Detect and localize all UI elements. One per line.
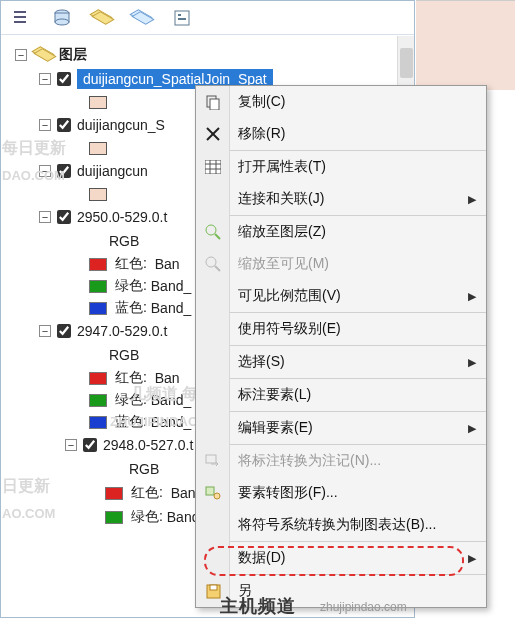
rgb-label: RGB	[129, 461, 159, 477]
list-by-draworder-icon[interactable]	[11, 7, 33, 29]
band-color-label: 绿色:	[115, 391, 147, 409]
band-color-label: 红色:	[115, 369, 147, 387]
svg-line-21	[215, 266, 220, 271]
layer-visibility-checkbox[interactable]	[57, 210, 71, 224]
dataframe-label: 图层	[59, 46, 87, 64]
collapse-icon[interactable]: −	[39, 211, 51, 223]
raster-label: 2948.0-527.0.t	[103, 437, 193, 453]
layer-visibility-checkbox[interactable]	[57, 72, 71, 86]
svg-rect-22	[206, 455, 216, 463]
features-icon	[196, 486, 230, 500]
list-by-source-icon[interactable]	[51, 7, 73, 29]
collapse-icon[interactable]: −	[39, 165, 51, 177]
menu-label: 标注要素(L)	[230, 386, 468, 404]
svg-rect-0	[14, 11, 26, 13]
menu-item-data[interactable]: 数据(D)▶	[196, 542, 486, 574]
submenu-arrow-icon: ▶	[468, 552, 486, 565]
copy-icon	[196, 94, 230, 110]
band-color-label: 绿色:	[115, 277, 147, 295]
menu-item-zoom-visible: 缩放至可见(M)	[196, 248, 486, 280]
menu-label: 要素转图形(F)...	[230, 484, 468, 502]
menu-label: 数据(D)	[230, 549, 468, 567]
collapse-icon[interactable]: −	[39, 119, 51, 131]
layer-visibility-checkbox[interactable]	[57, 118, 71, 132]
remove-icon	[196, 127, 230, 141]
band-color-label: 绿色:	[131, 508, 163, 526]
svg-rect-8	[178, 18, 186, 20]
svg-line-19	[215, 234, 220, 239]
band-color-label: 蓝色:	[115, 413, 147, 431]
rgb-label: RGB	[109, 233, 139, 249]
menu-label: 缩放至图层(Z)	[230, 223, 468, 241]
rgb-label: RGB	[109, 347, 139, 363]
collapse-icon[interactable]: −	[39, 73, 51, 85]
band-value: Band_	[151, 414, 191, 430]
tree-root[interactable]: − 图层	[1, 43, 414, 67]
raster-label: 2950.0-529.0.t	[77, 209, 167, 225]
menu-label: 将标注转换为注记(N)...	[230, 452, 468, 470]
list-by-visibility-icon[interactable]	[91, 7, 113, 29]
menu-label: 编辑要素(E)	[230, 419, 468, 437]
band-value: Ban	[171, 485, 196, 501]
collapse-icon[interactable]: −	[39, 325, 51, 337]
options-icon[interactable]	[171, 7, 193, 29]
collapse-icon[interactable]: −	[65, 439, 77, 451]
menu-label: 移除(R)	[230, 125, 468, 143]
svg-rect-13	[205, 160, 221, 174]
svg-rect-2	[14, 21, 26, 23]
collapse-icon[interactable]: −	[15, 49, 27, 61]
svg-point-18	[206, 225, 216, 235]
canvas-edge	[416, 0, 515, 90]
site-url-watermark: zhujipindao.com	[320, 600, 407, 614]
layer-label: duijiangcun_S	[77, 117, 165, 133]
dataframe-icon	[33, 48, 53, 62]
band-value: Ban	[155, 370, 180, 386]
svg-rect-10	[210, 99, 219, 110]
menu-item-copy[interactable]: 复制(C)	[196, 86, 486, 118]
menu-item-remove[interactable]: 移除(R)	[196, 118, 486, 150]
svg-point-24	[214, 493, 220, 499]
site-watermark: 主机频道	[220, 594, 296, 618]
svg-rect-1	[14, 16, 26, 18]
menu-item-convert-symbology[interactable]: 将符号系统转换为制图表达(B)...	[196, 509, 486, 541]
raster-label: 2947.0-529.0.t	[77, 323, 167, 339]
menu-label: 使用符号级别(E)	[230, 320, 468, 338]
list-by-selection-icon[interactable]	[131, 7, 153, 29]
menu-item-label-features[interactable]: 标注要素(L)	[196, 379, 486, 411]
layer-visibility-checkbox[interactable]	[57, 164, 71, 178]
band-value: Band_	[151, 392, 191, 408]
menu-label: 缩放至可见(M)	[230, 255, 468, 273]
menu-item-open-attrtable[interactable]: 打开属性表(T)	[196, 151, 486, 183]
layer-visibility-checkbox[interactable]	[57, 324, 71, 338]
convert-disabled-icon	[196, 454, 230, 468]
zoom-disabled-icon	[196, 256, 230, 272]
table-icon	[196, 160, 230, 174]
menu-item-selection[interactable]: 选择(S)▶	[196, 346, 486, 378]
toc-toolbar	[1, 1, 414, 35]
layer-visibility-checkbox[interactable]	[83, 438, 97, 452]
menu-label: 复制(C)	[230, 93, 468, 111]
band-color-label: 蓝色:	[115, 299, 147, 317]
menu-label: 选择(S)	[230, 353, 468, 371]
svg-rect-26	[210, 585, 217, 590]
menu-item-visible-scale-range[interactable]: 可见比例范围(V)▶	[196, 280, 486, 312]
menu-label: 可见比例范围(V)	[230, 287, 468, 305]
menu-item-features-to-graphics[interactable]: 要素转图形(F)...	[196, 477, 486, 509]
svg-rect-7	[178, 14, 181, 16]
submenu-arrow-icon: ▶	[468, 290, 486, 303]
menu-item-use-symbol-levels[interactable]: 使用符号级别(E)	[196, 313, 486, 345]
svg-point-20	[206, 257, 216, 267]
menu-item-edit-features[interactable]: 编辑要素(E)▶	[196, 412, 486, 444]
scrollbar-thumb[interactable]	[400, 48, 413, 78]
submenu-arrow-icon: ▶	[468, 422, 486, 435]
submenu-arrow-icon: ▶	[468, 356, 486, 369]
band-value: Band_	[151, 278, 191, 294]
band-color-label: 红色:	[131, 484, 163, 502]
band-color-label: 红色:	[115, 255, 147, 273]
layer-context-menu: 复制(C) 移除(R) 打开属性表(T) 连接和关联(J)▶ 缩放至图层(Z) …	[195, 85, 487, 608]
menu-item-zoom-to-layer[interactable]: 缩放至图层(Z)	[196, 216, 486, 248]
menu-item-convert-labels: 将标注转换为注记(N)...	[196, 445, 486, 477]
menu-label: 打开属性表(T)	[230, 158, 468, 176]
menu-item-joins-relates[interactable]: 连接和关联(J)▶	[196, 183, 486, 215]
layer-label: duijiangcun	[77, 163, 148, 179]
